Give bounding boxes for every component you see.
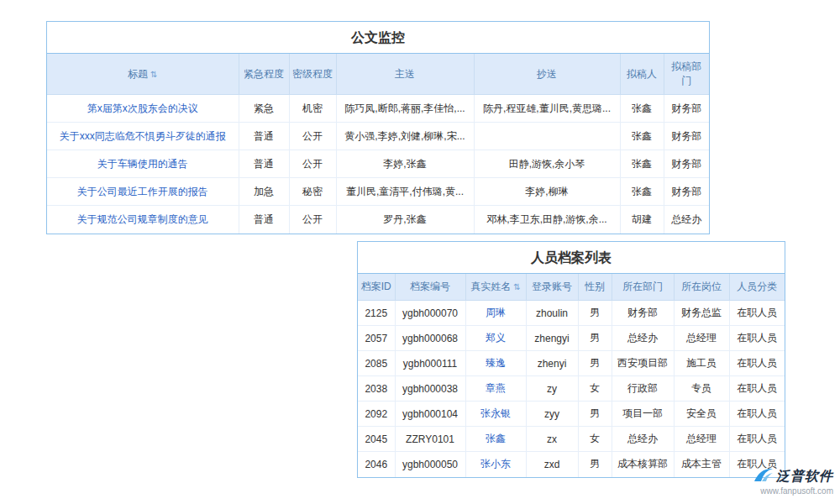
table-cell: 关于xxx同志临危不惧勇斗歹徒的通报 bbox=[47, 123, 239, 150]
column-header[interactable]: 真实姓名⇅ bbox=[465, 274, 526, 301]
table-cell: 黄小强,李婷,刘健,柳琳,宋... bbox=[336, 123, 474, 150]
table-cell: 臻逸 bbox=[465, 351, 526, 376]
table-cell: 总经理 bbox=[674, 427, 729, 452]
table-cell: zhoulin bbox=[526, 301, 578, 326]
table-cell: 紧急 bbox=[239, 95, 289, 123]
table-cell: 2092 bbox=[358, 402, 395, 427]
table-row: 2046ygbh000050张小东zxd男成本核算部成本主管在职人员 bbox=[358, 452, 785, 477]
sort-icon[interactable]: ⇅ bbox=[513, 282, 520, 291]
column-header: 紧急程度 bbox=[239, 54, 289, 95]
table-cell: 陈丹,程亚雄,董川民,黄思璐... bbox=[474, 95, 620, 123]
sort-icon[interactable]: ⇅ bbox=[150, 70, 157, 79]
brand-name: 泛普软件 bbox=[776, 468, 833, 486]
column-header: 档案编号 bbox=[395, 274, 465, 301]
table-cell: ygbh000104 bbox=[395, 402, 465, 427]
table-cell: zhenyi bbox=[526, 351, 578, 376]
table-cell: zhengyi bbox=[526, 326, 578, 351]
doc-monitor-title: 公文监控 bbox=[47, 22, 709, 54]
table-cell: 公开 bbox=[289, 150, 336, 178]
table-row: 2038ygbh000038章燕zy女行政部专员在职人员 bbox=[358, 376, 785, 402]
table-cell: 西安项目部 bbox=[612, 351, 674, 376]
column-header-label: 紧急程度 bbox=[244, 68, 284, 80]
table-cell: ZZRY0101 bbox=[395, 427, 465, 452]
personnel-list-panel: 人员档案列表 档案ID档案编号真实姓名⇅登录账号性别所在部门所在岗位人员分类 2… bbox=[357, 241, 785, 478]
doc-title-link[interactable]: 关于规范公司规章制度的意见 bbox=[77, 213, 208, 225]
table-cell: 财务部 bbox=[664, 178, 709, 206]
column-header[interactable]: 标题⇅ bbox=[47, 54, 239, 95]
table-cell: 总经办 bbox=[664, 206, 709, 234]
table-row: 2057ygbh000068郑义zhengyi男总经办总经理在职人员 bbox=[358, 326, 785, 351]
table-cell: 2085 bbox=[358, 351, 395, 376]
table-cell: 张鑫 bbox=[620, 95, 664, 123]
table-cell: 施工员 bbox=[674, 351, 729, 376]
personnel-list-table: 档案ID档案编号真实姓名⇅登录账号性别所在部门所在岗位人员分类 2125ygbh… bbox=[358, 274, 785, 477]
table-cell: 章燕 bbox=[465, 376, 526, 402]
table-row: 关于xxx同志临危不惧勇斗歹徒的通报普通公开黄小强,李婷,刘健,柳琳,宋...张… bbox=[47, 123, 709, 150]
table-cell: zxd bbox=[526, 452, 578, 477]
person-name-link[interactable]: 臻逸 bbox=[486, 357, 506, 369]
column-header: 拟稿部门 bbox=[664, 54, 709, 95]
doc-title-link[interactable]: 关于车辆使用的通告 bbox=[97, 158, 188, 170]
brand-watermark: 泛普软件 www.fanpusoft.com bbox=[753, 467, 833, 496]
table-cell: 行政部 bbox=[612, 376, 674, 402]
table-cell: 秘密 bbox=[289, 178, 336, 206]
table-cell: 郑义 bbox=[465, 326, 526, 351]
table-cell: 财务部 bbox=[664, 150, 709, 178]
table-cell: ygbh000038 bbox=[395, 376, 465, 402]
personnel-list-title: 人员档案列表 bbox=[358, 242, 785, 274]
column-header-label: 登录账号 bbox=[532, 281, 572, 292]
person-name-link[interactable]: 周琳 bbox=[486, 307, 506, 318]
table-cell: 男 bbox=[578, 301, 612, 326]
table-cell: 在职人员 bbox=[729, 351, 785, 376]
table-row: 第x届第x次股东会的决议紧急机密陈巧凤,断郎,蒋丽,李佳怡,...陈丹,程亚雄,… bbox=[47, 95, 709, 123]
doc-title-link[interactable]: 关于公司最近工作开展的报告 bbox=[77, 186, 208, 197]
table-cell: zy bbox=[526, 376, 578, 402]
table-cell: 项目一部 bbox=[612, 402, 674, 427]
table-cell: 张小东 bbox=[465, 452, 526, 477]
table-cell: 2125 bbox=[358, 301, 395, 326]
person-name-link[interactable]: 郑义 bbox=[486, 332, 506, 344]
table-cell: 财务部 bbox=[664, 123, 709, 150]
table-row: 2085ygbh000111臻逸zhenyi男西安项目部施工员在职人员 bbox=[358, 351, 785, 376]
doc-title-link[interactable]: 关于xxx同志临危不惧勇斗歹徒的通报 bbox=[60, 130, 226, 142]
column-header-label: 性别 bbox=[585, 281, 605, 292]
table-cell: 财务部 bbox=[664, 95, 709, 123]
column-header: 所在岗位 bbox=[674, 274, 729, 301]
table-cell: 关于公司最近工作开展的报告 bbox=[47, 178, 239, 206]
column-header: 抄送 bbox=[474, 54, 620, 95]
person-name-link[interactable]: 张小东 bbox=[480, 458, 511, 470]
table-row: 关于车辆使用的通告普通公开李婷,张鑫田静,游恢,余小琴张鑫财务部 bbox=[47, 150, 709, 178]
table-cell: 公开 bbox=[289, 206, 336, 234]
table-cell: 总经办 bbox=[612, 326, 674, 351]
column-header-label: 所在岗位 bbox=[681, 281, 722, 292]
table-cell: 邓林,李卫东,田静,游恢,余... bbox=[474, 206, 620, 234]
column-header-label: 抄送 bbox=[537, 68, 557, 80]
table-cell: 2046 bbox=[358, 452, 395, 477]
person-header-row: 档案ID档案编号真实姓名⇅登录账号性别所在部门所在岗位人员分类 bbox=[358, 274, 785, 301]
table-cell: 关于规范公司规章制度的意见 bbox=[47, 206, 239, 234]
column-header-label: 所在部门 bbox=[622, 281, 663, 292]
table-cell: 陈巧凤,断郎,蒋丽,李佳怡,... bbox=[336, 95, 474, 123]
column-header-label: 密级程度 bbox=[292, 68, 333, 80]
doc-title-link[interactable]: 第x届第x次股东会的决议 bbox=[87, 102, 198, 114]
doc-monitor-panel: 公文监控 标题⇅紧急程度密级程度主送抄送拟稿人拟稿部门 第x届第x次股东会的决议… bbox=[46, 21, 710, 234]
table-cell: 在职人员 bbox=[729, 427, 785, 452]
column-header: 主送 bbox=[336, 54, 474, 95]
table-cell: 罗丹,张鑫 bbox=[336, 206, 474, 234]
table-cell: 2045 bbox=[358, 427, 395, 452]
person-name-link[interactable]: 章燕 bbox=[486, 382, 506, 394]
doc-monitor-table: 标题⇅紧急程度密级程度主送抄送拟稿人拟稿部门 第x届第x次股东会的决议紧急机密陈… bbox=[47, 54, 709, 234]
person-name-link[interactable]: 张鑫 bbox=[486, 433, 506, 444]
table-cell: 张鑫 bbox=[620, 150, 664, 178]
table-cell: 张鑫 bbox=[465, 427, 526, 452]
table-cell: 在职人员 bbox=[729, 376, 785, 402]
table-row: 2092ygbh000104张永银zyy男项目一部安全员在职人员 bbox=[358, 402, 785, 427]
person-name-link[interactable]: 张永银 bbox=[480, 407, 511, 419]
brand-url: www.fanpusoft.com bbox=[753, 486, 833, 496]
table-cell: 第x届第x次股东会的决议 bbox=[47, 95, 239, 123]
table-cell: 加急 bbox=[239, 178, 289, 206]
table-cell: 普通 bbox=[239, 150, 289, 178]
table-row: 关于规范公司规章制度的意见普通公开罗丹,张鑫邓林,李卫东,田静,游恢,余...胡… bbox=[47, 206, 709, 234]
table-cell: 在职人员 bbox=[729, 326, 785, 351]
table-cell: 张鑫 bbox=[620, 123, 664, 150]
